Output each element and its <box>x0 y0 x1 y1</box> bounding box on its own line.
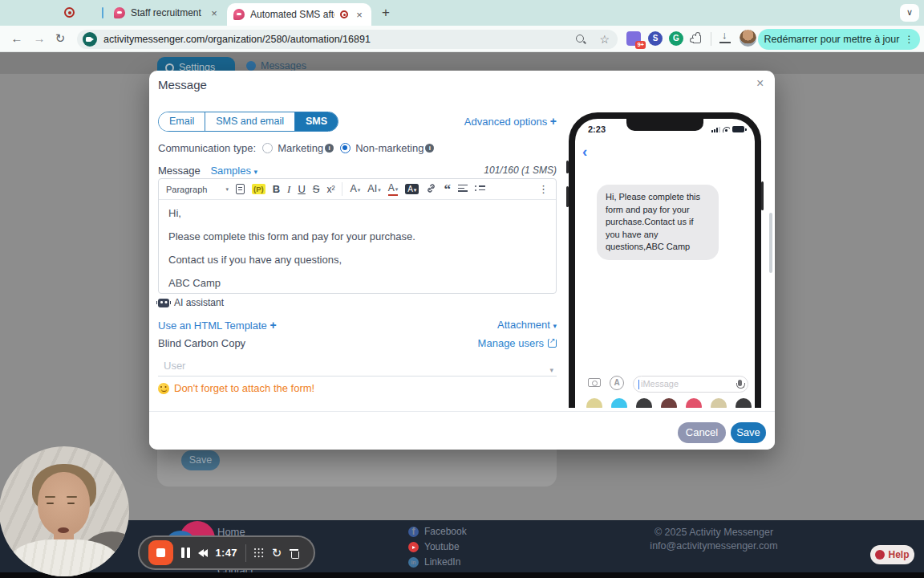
footer-link-facebook[interactable]: f Facebook <box>408 526 467 537</box>
highlight-color-icon[interactable]: A▾ <box>405 184 419 194</box>
page-save-button[interactable]: Save <box>181 450 220 470</box>
rewind-icon[interactable] <box>198 549 208 557</box>
bold-icon[interactable]: B <box>273 184 280 195</box>
reload-icon[interactable]: ↻ <box>51 30 69 47</box>
url-text[interactable]: activitymessenger.com/organization/2580/… <box>103 34 576 45</box>
footer-email[interactable]: info@activitymessenger.com <box>626 539 802 553</box>
html-template-link[interactable]: Use an HTML Template + <box>158 320 277 332</box>
samples-dropdown[interactable]: Samples ▾ <box>210 165 257 177</box>
tab-favicon <box>114 7 125 18</box>
new-tab-button[interactable]: + <box>377 4 395 22</box>
search-icon[interactable] <box>576 35 586 45</box>
more-options-icon[interactable]: ⋮ <box>538 183 549 195</box>
youtube-label: Youtube <box>424 541 460 552</box>
help-icon: ! <box>875 550 885 560</box>
advanced-options-link[interactable]: Advanced options + <box>464 115 557 128</box>
list-icon[interactable] <box>475 185 485 193</box>
attachment-dropdown[interactable]: Attachment ▾ <box>497 319 557 331</box>
link-icon[interactable] <box>426 183 436 196</box>
tab-favicon <box>233 9 245 20</box>
footer-link-youtube[interactable]: Youtube <box>408 541 460 552</box>
forward-icon[interactable]: → <box>30 30 48 47</box>
footer-link-linkedin[interactable]: in LinkedIn <box>408 556 460 568</box>
superscript-icon[interactable]: x² <box>326 184 334 195</box>
channel-tab-group: Email SMS and email SMS <box>158 112 338 132</box>
align-icon[interactable] <box>458 185 468 194</box>
browser-toolbar: ← → ↻ activitymessenger.com/organization… <box>0 26 924 52</box>
radio-marketing[interactable] <box>262 143 273 153</box>
extension-icon-purple[interactable]: 9+ <box>626 31 641 46</box>
radio-non-marketing[interactable] <box>340 143 351 153</box>
wink-emoji-icon <box>158 383 169 394</box>
restart-icon[interactable]: ↻ <box>272 547 282 559</box>
tab-group-divider <box>102 7 103 18</box>
recording-time: 1:47 <box>216 547 237 559</box>
app-icon <box>636 398 652 408</box>
extension-icon-grammarly[interactable]: G <box>669 31 683 46</box>
tab-sms-and-email[interactable]: SMS and email <box>205 112 295 131</box>
underline-icon[interactable]: U <box>298 184 305 195</box>
modal-left-column: Email SMS and email SMS Advanced options… <box>158 71 557 408</box>
info-icon[interactable]: i <box>425 144 434 153</box>
blur-grid-icon[interactable] <box>254 548 264 558</box>
personalization-icon[interactable]: (P) <box>252 184 265 194</box>
robot-icon <box>158 299 169 307</box>
browser-tab-staff-form[interactable]: Staff recruitment form | Form × <box>107 0 226 26</box>
manage-users-link[interactable]: Manage users <box>478 337 557 349</box>
font-size-icon[interactable]: AI▾ <box>367 183 380 196</box>
bookmark-star-icon[interactable]: ☆ <box>599 33 610 46</box>
tab-email[interactable]: Email <box>159 112 205 131</box>
marketing-label: Marketing <box>278 142 323 154</box>
cancel-button[interactable]: Cancel <box>678 422 726 443</box>
back-icon[interactable]: ← <box>8 30 26 47</box>
ai-assistant-button[interactable]: AI assistant <box>158 297 224 308</box>
strikethrough-icon[interactable]: S <box>313 184 320 195</box>
profile-avatar[interactable] <box>740 30 756 47</box>
advanced-options-label: Advanced options <box>464 116 547 128</box>
chevron-down-icon: ▾ <box>553 322 557 330</box>
browser-tab-automated-sms[interactable]: Automated SMS after for × <box>227 3 371 26</box>
close-tab-icon[interactable]: × <box>209 7 220 19</box>
modal-scrollbar[interactable] <box>769 213 772 273</box>
close-tab-icon[interactable]: × <box>354 9 365 21</box>
webcam-person-eye <box>47 503 54 504</box>
help-button[interactable]: ! Help <box>870 545 914 564</box>
message-modal: Message × Email SMS and email SMS Advanc… <box>149 71 775 450</box>
chrome-update-button[interactable]: Redémarrer pour mettre à jour ⋮ <box>758 29 920 50</box>
url-bar[interactable]: activitymessenger.com/organization/2580/… <box>77 30 618 49</box>
attach-warning: Don't forget to attach the form! <box>158 382 314 394</box>
webcam-overlay[interactable] <box>0 446 129 576</box>
extensions-puzzle-icon[interactable] <box>690 31 704 46</box>
downloads-icon[interactable] <box>719 31 732 43</box>
tab-messages[interactable]: Messages <box>246 60 306 71</box>
info-icon[interactable]: i <box>325 144 334 153</box>
trash-icon[interactable] <box>290 547 299 558</box>
template-row: Use an HTML Template + Attachment ▾ <box>158 319 557 332</box>
html-template-label: Use an HTML Template <box>158 320 267 332</box>
quote-icon[interactable]: “ <box>444 185 451 193</box>
save-button[interactable]: Save <box>731 422 766 443</box>
stop-recording-button[interactable] <box>148 540 173 565</box>
char-counter: 101/160 (1 SMS) <box>484 165 557 176</box>
chrome-menu-icon[interactable]: ⋮ <box>904 34 914 45</box>
editor-body[interactable]: Hi, Please complete this form and pay fo… <box>159 200 556 307</box>
webcam-person-mouth <box>58 527 69 533</box>
font-family-icon[interactable]: A▾ <box>350 183 360 196</box>
template-icon[interactable] <box>236 184 245 194</box>
non-marketing-label: Non-marketing <box>355 142 424 154</box>
extension-icon-s[interactable]: S <box>648 31 663 46</box>
pause-icon[interactable] <box>181 547 190 558</box>
tab-sms[interactable]: SMS <box>295 112 338 131</box>
app-icon <box>661 398 677 408</box>
phone-button <box>566 161 569 173</box>
tab-search-button[interactable]: ∨ <box>900 4 919 22</box>
bcc-user-select[interactable]: User ▾ <box>158 357 557 377</box>
close-icon[interactable]: × <box>756 76 764 91</box>
italic-icon[interactable]: I <box>287 184 290 195</box>
paragraph-dropdown[interactable]: Paragraph▾ <box>166 185 229 194</box>
samples-label: Samples <box>210 165 251 177</box>
editor-toolbar: Paragraph▾ (P) B I U S x² A▾ AI▾ A▾ A▾ <box>159 179 556 200</box>
back-chevron-icon: ‹ <box>582 143 587 161</box>
text-color-icon[interactable]: A▾ <box>388 183 399 196</box>
help-label: Help <box>888 549 909 560</box>
